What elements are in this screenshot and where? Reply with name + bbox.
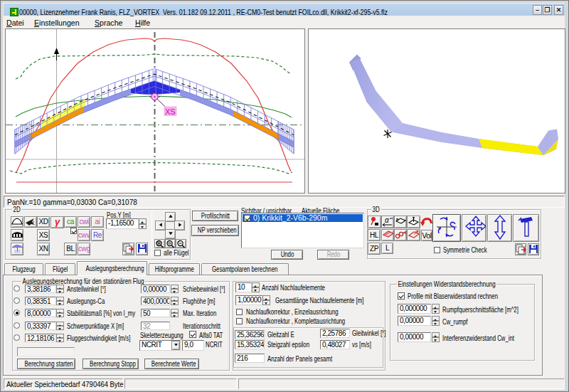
svg-text:α: α (385, 216, 389, 224)
svg-text:XS: XS (165, 107, 176, 116)
